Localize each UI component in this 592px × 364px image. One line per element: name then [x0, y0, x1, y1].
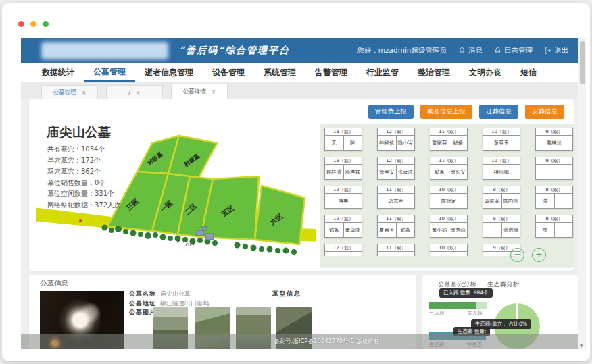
zoom-out-button[interactable]: − — [510, 248, 524, 262]
plot-cell-header: 11（双） — [378, 186, 414, 194]
messages-menu-item[interactable]: 消息 — [458, 46, 483, 55]
plot-cell-header: 9（双） — [536, 157, 572, 165]
log-management-menu-item[interactable]: 日志管理 — [494, 46, 533, 55]
plot-occupant-name — [483, 223, 501, 237]
nav-item-设备管理[interactable]: 设备管理 — [203, 63, 254, 82]
plot-occupant-name: 邓厚兹 — [343, 165, 362, 179]
nav-item-整治管理[interactable]: 整治管理 — [408, 63, 460, 82]
stat-line: 共有墓穴：1034个 — [47, 144, 121, 155]
plot-occupant-name: 贴条 — [449, 136, 468, 150]
plot-occupant-name: 童成湖 — [343, 223, 362, 237]
plot-cell[interactable]: 9（双） — [535, 157, 573, 180]
plot-cell[interactable]: 10（双）童小娟徐秀山 — [430, 215, 468, 238]
tab-/[interactable]: /× — [106, 85, 163, 99]
plot-cell-header: 12（双） — [325, 186, 362, 194]
plot-cell[interactable]: 12（双） — [324, 244, 362, 256]
plot-cell[interactable]: 12（双）傅典 — [324, 186, 362, 209]
plot-cell[interactable]: 11（双）曹家芬贴条 — [430, 128, 468, 151]
plot-occupant-name: 陈祝定 — [430, 194, 467, 208]
plot-occupant-name: 洪 — [536, 194, 554, 208]
button-购墓信息上报[interactable]: 购墓信息上报 — [420, 105, 472, 119]
icp-record-text: 备案号:浙ICP备16042770号-5 版权所有 — [220, 338, 379, 346]
plot-occupant-name — [378, 252, 414, 256]
tab-close-icon[interactable]: × — [136, 90, 141, 96]
browser-window: “善后码”综合管理平台 您好，mzadmin超级管理员 消息 — [1, 3, 591, 361]
plot-cell[interactable]: 9（双）袁翠花陈丙熙 — [483, 186, 520, 209]
window-close-dot[interactable] — [18, 21, 24, 27]
button-迁葬信息[interactable]: 迁葬信息 — [479, 105, 518, 119]
plot-cell[interactable]: 8（双）洪 — [535, 186, 573, 209]
plot-cell-header: 11（双） — [430, 157, 467, 165]
nav-item-公墓管理[interactable]: 公墓管理 — [84, 63, 135, 82]
cemetery-stats: 共有墓穴：1034个单穴墓穴：172个双穴墓穴：862个墓位销售数量：0个墓位空… — [47, 144, 121, 211]
window-maximize-dot[interactable] — [43, 21, 49, 27]
plot-cell[interactable]: 10（双） — [430, 244, 468, 256]
plot-occupant-name: 姚桂香 — [325, 165, 343, 179]
toolbar: 管理费上报购墓信息上报迁葬信息安葬信息 — [368, 105, 565, 119]
cemetery-detail-card: 管理费上报购墓信息上报迁葬信息安葬信息 — [29, 99, 574, 271]
plot-cell[interactable]: 12（双）徐孝安张云法 — [377, 157, 415, 180]
nav-item-行业监管[interactable]: 行业监管 — [357, 63, 408, 82]
scrollbar-down-arrow[interactable]: ▼ — [580, 343, 583, 348]
tab-公墓详情[interactable]: 公墓详情× — [171, 84, 228, 99]
burial-bar-chart[interactable] — [429, 302, 487, 309]
plot-cell[interactable]: 11（双）边志明 — [377, 186, 415, 209]
nav-item-逝者信息管理[interactable]: 逝者信息管理 — [135, 63, 203, 82]
plot-cell[interactable]: 11（双）夏素芳贴条 — [377, 215, 415, 238]
plot-cell[interactable]: 11（双）贴条徐长安 — [430, 157, 468, 180]
window-minimize-dot[interactable] — [30, 21, 36, 27]
stat-line: 网络祭祀数据：372人次 — [47, 200, 121, 211]
stat-line: 墓位销售数量：0个 — [47, 178, 121, 189]
zoom-in-button[interactable]: + — [532, 248, 546, 262]
nav-item-短信[interactable]: 短信 — [511, 63, 546, 82]
plot-grid-rows: 13（双）无牌12（双）神秘伦魏小宝11（双）曹家芬贴条10（双）黄芬玉9（双）… — [320, 124, 574, 256]
plot-cell[interactable]: 11（双） — [377, 244, 415, 256]
plot-cell-header: 8（双） — [536, 215, 572, 223]
plot-occupant-name — [536, 165, 572, 179]
nav-item-系统管理[interactable]: 系统管理 — [254, 63, 305, 82]
plot-cell[interactable]: 8（双）鄂 — [535, 215, 573, 238]
plot-cell[interactable]: 10（双）黄芬玉 — [483, 128, 520, 151]
plot-cell[interactable]: 13（双）无牌 — [324, 128, 362, 151]
plot-occupant-name: 童小娟 — [430, 223, 449, 237]
plot-occupant-name: 贴条 — [325, 223, 343, 237]
plot-cell[interactable]: 12（双）神秘伦魏小宝 — [377, 128, 415, 151]
nav-item-告警管理[interactable]: 告警管理 — [305, 63, 357, 82]
plot-cell-header: 10（双） — [430, 186, 467, 194]
plot-occupant-name — [325, 252, 362, 256]
plot-occupant-name: 魏小宝 — [396, 136, 415, 150]
bell-icon — [494, 47, 501, 55]
nav-item-文明办丧[interactable]: 文明办丧 — [460, 63, 511, 82]
model-info-title: 墓型信息 — [272, 290, 301, 298]
scrollbar-thumb[interactable] — [580, 41, 585, 84]
tab-公墓管理[interactable]: 公墓管理× — [41, 85, 98, 99]
bell-icon — [458, 47, 466, 55]
org-logo-blurred — [41, 42, 168, 59]
plot-cell-header: 12（双） — [325, 215, 362, 223]
tab-close-icon[interactable]: × — [82, 90, 87, 96]
plot-cell[interactable]: 10（双）陈祝定 — [430, 186, 468, 209]
button-管理费上报[interactable]: 管理费上报 — [368, 105, 414, 119]
plot-occupant-name: 边志明 — [378, 194, 414, 208]
plot-occupant-name: 鄂 — [536, 223, 554, 237]
tab-close-icon[interactable]: × — [212, 89, 216, 95]
plot-occupant-name: 贴条 — [430, 165, 449, 179]
buried-count-tooltip: 已入葬 数量: 984个 — [439, 288, 493, 298]
plot-occupant-name: 黄芬玉 — [483, 136, 520, 150]
plot-cell[interactable]: 12（双）贴条童成湖 — [324, 215, 362, 238]
field-label: 公墓名称 — [129, 290, 160, 299]
plot-cell[interactable]: 13（双）姚桂香邓厚兹 — [324, 157, 362, 180]
nav-item-数据统计[interactable]: 数据统计 — [32, 63, 84, 82]
plot-cell[interactable]: 10（双）楼仙娥 — [483, 157, 520, 180]
plot-cell-header: 13（双） — [325, 157, 362, 165]
page-scrollbar[interactable]: ▼ — [578, 38, 586, 349]
plot-cell[interactable]: 9（双）张信瑞 — [483, 215, 520, 238]
logout-menu-item[interactable]: 退出 — [544, 46, 568, 55]
main-nav: 数据统计公墓管理逝者信息管理设备管理系统管理告警管理行业监管整治管理文明办丧短信 — [21, 63, 578, 83]
plot-occupant-name: 陈丙熙 — [501, 194, 520, 208]
plot-cell[interactable]: 9（双）黎桂珍 — [535, 128, 573, 151]
page-viewport: “善后码”综合管理平台 您好，mzadmin超级管理员 消息 — [21, 38, 578, 349]
plot-grid-panel: 13（双）无牌12（双）神秘伦魏小宝11（双）曹家芬贴条10（双）黄芬玉9（双）… — [320, 124, 574, 268]
button-安葬信息[interactable]: 安葬信息 — [525, 105, 564, 119]
plot-occupant-name — [554, 223, 573, 237]
